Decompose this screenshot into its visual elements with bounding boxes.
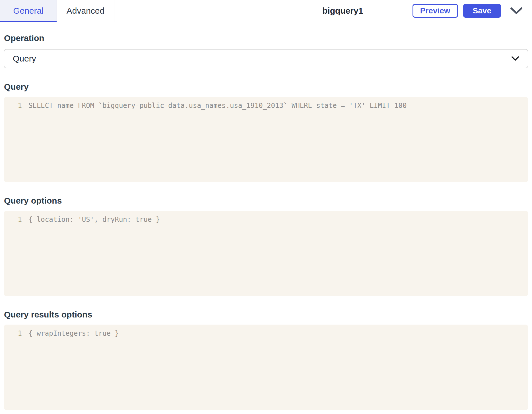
query-title: bigquery1 [322,0,363,22]
query-form: Operation Query Query 1 SELECT name FROM… [0,33,532,410]
query-results-options-code-text: { wrapIntegers: true } [28,328,119,339]
query-results-options-label: Query results options [4,310,528,319]
operation-select-value: Query [13,54,36,63]
line-number: 1 [4,101,22,111]
query-editor-header: General Advanced bigquery1 Preview Save [0,0,532,22]
header-actions: Preview Save [413,0,523,22]
active-tab-indicator [0,21,57,22]
chevron-down-icon [511,56,519,61]
tab-general[interactable]: General [0,0,57,22]
tab-advanced[interactable]: Advanced [57,0,114,22]
query-options-code-editor[interactable]: 1 { location: 'US', dryRun: true } [4,211,528,296]
code-line: 1 { wrapIntegers: true } [4,328,528,339]
preview-button[interactable]: Preview [413,4,458,18]
code-line: 1 SELECT name FROM `bigquery-public-data… [4,101,528,111]
query-results-options-code-editor[interactable]: 1 { wrapIntegers: true } [4,325,528,410]
tab-general-label: General [13,6,44,16]
chevron-down-icon [510,7,523,15]
line-number: 1 [4,328,22,339]
tab-advanced-label: Advanced [67,6,104,16]
save-button[interactable]: Save [463,4,501,18]
query-options-label: Query options [4,196,528,206]
operation-label: Operation [4,33,528,43]
query-options-code-text: { location: 'US', dryRun: true } [28,214,160,225]
query-code-text: SELECT name FROM `bigquery-public-data.u… [28,101,407,111]
operation-select[interactable]: Query [4,49,528,68]
line-number: 1 [4,214,22,225]
query-code-editor[interactable]: 1 SELECT name FROM `bigquery-public-data… [4,97,528,182]
collapse-panel-button[interactable] [510,7,523,15]
code-line: 1 { location: 'US', dryRun: true } [4,214,528,225]
query-label: Query [4,82,528,92]
